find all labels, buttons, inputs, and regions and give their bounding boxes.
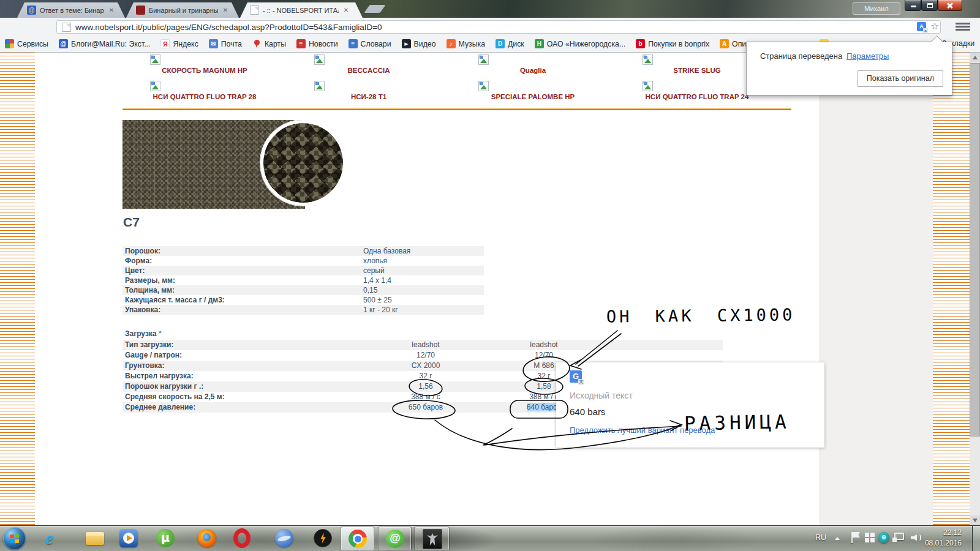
services-grid-icon [5, 39, 14, 48]
chrome-taskbar-button[interactable] [341, 527, 374, 551]
tab-nobelsport-active[interactable]: - :: - NOBELSPORT ИТАЛИЯ: ✕ [240, 2, 363, 18]
maximize-icon [927, 3, 933, 8]
daemon-tools-icon[interactable] [314, 529, 332, 547]
broken-image-icon [478, 81, 489, 91]
utorrent-icon[interactable]: µ [156, 529, 175, 547]
product-link[interactable]: Quaglia [451, 54, 615, 79]
bookmark-bonprix[interactable]: bПокупки в bonprix [636, 39, 709, 48]
scroll-down-button[interactable] [970, 515, 980, 525]
window-titlebar: @ Ответ в теме: Бинарный и т ✕ Бинарный … [0, 0, 980, 18]
table-row: Толщина, мм:0,15 [123, 285, 484, 295]
maximize-button[interactable] [921, 0, 938, 11]
vertical-scrollbar[interactable] [970, 53, 980, 525]
chrome-icon [349, 530, 367, 548]
address-bar[interactable]: www.nobelsport.it/public/pages/ENG/sched… [56, 20, 941, 34]
google-translate-icon: G [570, 370, 582, 383]
bookmark-blogs[interactable]: @Блоги@Mail.Ru: Экст... [59, 39, 150, 48]
scroll-up-icon [973, 56, 978, 59]
taskbar: e µ @ RU e [0, 525, 980, 551]
product-link[interactable]: НСИ-28 T1 [287, 81, 451, 105]
translate-icon[interactable]: A [917, 22, 926, 31]
bookmark-video[interactable]: ▶Видео [402, 39, 436, 48]
powder-zoom-inset [260, 120, 346, 206]
opera-icon[interactable] [233, 528, 251, 548]
eset-tray-icon[interactable]: e [878, 532, 889, 543]
bookmark-news[interactable]: ≡Новости [296, 39, 338, 48]
action-center-flag-icon[interactable] [851, 532, 853, 543]
firefox-icon[interactable] [198, 529, 216, 547]
network-icon[interactable] [894, 533, 904, 540]
right-gray-margin [819, 53, 933, 525]
product-link[interactable]: SPECIALE PALOMBE HP [451, 81, 615, 105]
tray-expand-icon[interactable] [835, 537, 840, 540]
media-player-icon[interactable] [119, 529, 138, 547]
tab-title: Бинарный и тринарный зар [149, 7, 218, 14]
taskbar-clock[interactable]: 22:12 08.01.2016 [918, 528, 962, 549]
tab-forum-topic[interactable]: Бинарный и тринарный зар ✕ [126, 2, 239, 18]
show-original-button[interactable]: Показать оригинал [858, 70, 943, 87]
tab-close-icon[interactable]: ✕ [342, 7, 350, 14]
close-button[interactable] [938, 0, 962, 11]
scroll-up-button[interactable] [970, 53, 980, 62]
suggest-translation-link[interactable]: Предложить лучший вариант перевода [570, 425, 715, 435]
table-row: Тип загрузки:leadshotleadshot [123, 340, 723, 350]
bookmark-yandex[interactable]: ЯЯндекс [160, 39, 198, 48]
new-tab-button[interactable] [364, 5, 385, 13]
menu-icon[interactable] [956, 23, 970, 24]
bookmark-music[interactable]: ♪Музыка [447, 39, 486, 48]
profile-button[interactable]: Михаил [853, 2, 900, 15]
product-link[interactable]: НСИ QUATTRO FLUO TRAP 28 [123, 81, 287, 105]
table-row: Кажущаяся т. масса г / дм3:500 ± 25 [123, 295, 484, 305]
source-label: Исходный текст [570, 391, 633, 400]
broken-image-icon [643, 54, 653, 65]
table-row: Размеры, мм:1,4 x 1,4 [123, 276, 484, 285]
google-earth-icon[interactable] [275, 529, 293, 547]
specs-table: Порошок:Одна базовая Форма:хлопья Цвет:с… [123, 246, 484, 315]
wot-taskbar-button[interactable] [414, 527, 450, 551]
tab-title: Ответ в теме: Бинарный и т [40, 7, 104, 14]
company-icon: Н [535, 39, 544, 48]
load-section-heading: Загрузка * [125, 329, 162, 338]
mailru-agent-taskbar-button[interactable]: @ [378, 527, 412, 551]
page-favicon-icon [250, 6, 259, 15]
translate-status: Страница переведена [760, 51, 842, 61]
bookmark-dictionaries[interactable]: ≡Словари [349, 39, 391, 48]
translate-popup: Страница переведена Параметры Показать о… [746, 42, 952, 96]
news-icon: ≡ [296, 39, 306, 48]
language-indicator[interactable]: RU [815, 533, 826, 542]
page-content: СКОРОСТЬ MAGNUM HP BECCACCIA Quaglia STR… [0, 53, 980, 525]
video-play-icon: ▶ [402, 39, 411, 48]
bookmark-oao[interactable]: НОАО «Нижегородска... [535, 39, 625, 48]
product-link[interactable]: BECCACCIA [287, 54, 451, 79]
mail-envelope-icon: ✉ [209, 39, 218, 48]
start-button[interactable] [3, 527, 26, 550]
clock-date: 08.01.2016 [918, 538, 962, 549]
mailru-blogs-icon: @ [59, 39, 68, 48]
bookmark-mail[interactable]: ✉Почта [209, 39, 242, 48]
tab-close-icon[interactable]: ✕ [108, 7, 115, 14]
table-row: Форма:хлопья [123, 256, 484, 266]
url-text: www.nobelsport.it/public/pages/ENG/sched… [75, 23, 382, 32]
tab-close-icon[interactable]: ✕ [222, 7, 229, 14]
translate-options-link[interactable]: Параметры [846, 51, 889, 61]
scrollbar-thumb[interactable] [970, 63, 980, 437]
internet-explorer-icon[interactable]: e [45, 529, 64, 547]
bookmark-services[interactable]: Сервисы [5, 39, 48, 48]
get-windows10-icon[interactable] [865, 533, 875, 542]
show-desktop-button[interactable] [972, 526, 980, 551]
bookmark-maps[interactable]: Карты [252, 39, 286, 48]
windows-flag-icon [10, 534, 14, 539]
music-note-icon: ♪ [447, 39, 456, 48]
broken-image-icon [150, 81, 160, 91]
tab-forum-reply[interactable]: @ Ответ в теме: Бинарный и т ✕ [17, 2, 125, 18]
table-row: Gauge / патрон:12/7012/70 [123, 350, 723, 361]
left-stripe-margin [0, 53, 35, 525]
minimize-button[interactable] [905, 0, 921, 11]
right-stripe-margin [933, 53, 970, 525]
product-link[interactable]: СКОРОСТЬ MAGNUM HP [123, 54, 287, 79]
windows-explorer-icon[interactable] [86, 532, 104, 545]
bookmark-star-icon[interactable]: ☆ [930, 20, 939, 32]
table-row: Упаковка:1 кг - 20 кг [123, 305, 484, 315]
minimize-icon [911, 6, 916, 7]
bookmark-disk[interactable]: DДиск [496, 39, 524, 48]
